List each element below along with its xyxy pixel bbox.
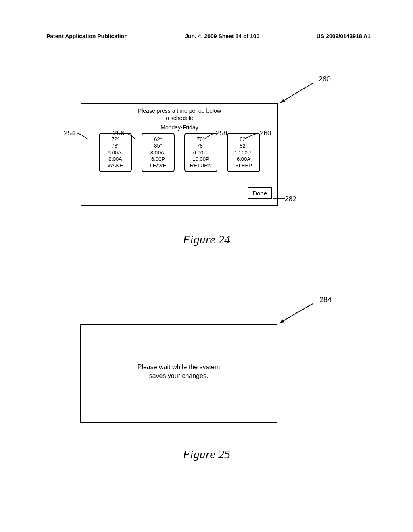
leader-254 (77, 133, 93, 141)
done-button[interactable]: Done (248, 187, 272, 199)
schedule-prompt: Please press a time period below to sche… (87, 108, 272, 122)
refnum-260: 260 (260, 129, 271, 137)
refnum-254: 254 (64, 129, 75, 137)
wait-message: Please wait while the system saves your … (138, 363, 220, 384)
leader-258 (205, 133, 219, 140)
leader-284 (284, 299, 324, 323)
refnum-280: 280 (319, 75, 331, 83)
refnum-284: 284 (319, 296, 332, 304)
leader-260 (245, 133, 261, 140)
figure-25-caption: Figure 25 (0, 447, 413, 461)
header-mid: Jun. 4, 2009 Sheet 14 of 100 (185, 33, 259, 39)
wait-screen: Please wait while the system saves your … (80, 324, 277, 423)
leader-256 (126, 133, 138, 140)
page-header: Patent Application Publication Jun. 4, 2… (46, 33, 371, 39)
refnum-282: 282 (285, 195, 296, 203)
header-left: Patent Application Publication (46, 33, 128, 39)
refnum-256: 256 (113, 129, 124, 137)
period-leave[interactable]: 62° 85° 8:00A- 6:00P LEAVE (142, 133, 175, 172)
schedule-screen: Please press a time period below to sche… (81, 103, 278, 206)
figure-24-caption: Figure 24 (0, 233, 413, 246)
period-row: 72° 78° 6:00A- 8:00A WAKE 62° 85° 8:00A-… (87, 133, 272, 172)
leader-282 (273, 198, 285, 199)
header-right: US 2009/0143918 A1 (317, 33, 371, 39)
